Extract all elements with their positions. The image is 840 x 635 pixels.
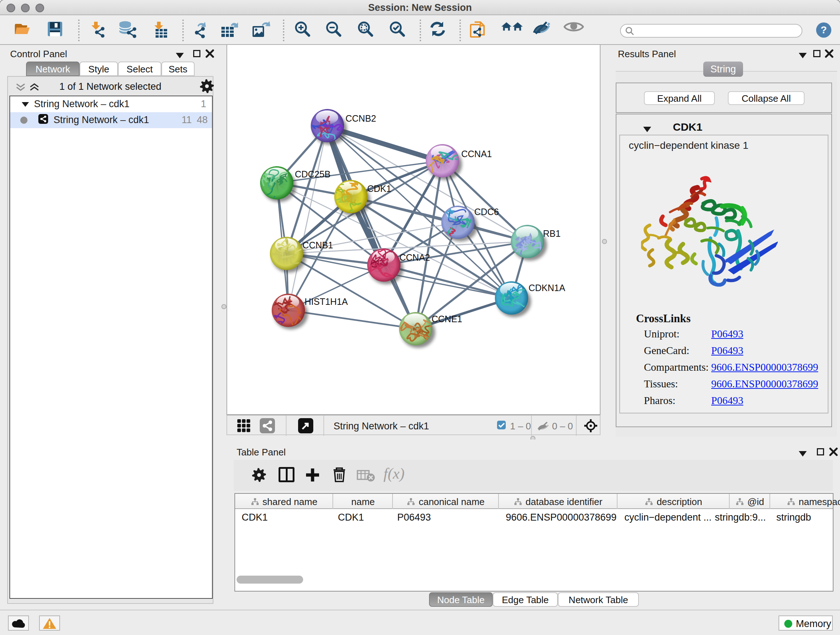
svg-text:CDKN1A: CDKN1A xyxy=(529,283,565,293)
svg-text:CCNB1: CCNB1 xyxy=(302,240,333,250)
svg-text:CCNB2: CCNB2 xyxy=(346,113,376,124)
svg-text:RB1: RB1 xyxy=(543,228,561,239)
svg-text:CCNA1: CCNA1 xyxy=(461,149,492,159)
svg-text:CCNE1: CCNE1 xyxy=(431,314,462,324)
svg-text:CDC25B: CDC25B xyxy=(295,169,331,179)
svg-text:CDK1: CDK1 xyxy=(367,184,392,194)
svg-text:CDC6: CDC6 xyxy=(474,207,499,217)
svg-text:HIST1H1A: HIST1H1A xyxy=(305,296,348,307)
svg-text:CCNA2: CCNA2 xyxy=(399,252,430,263)
